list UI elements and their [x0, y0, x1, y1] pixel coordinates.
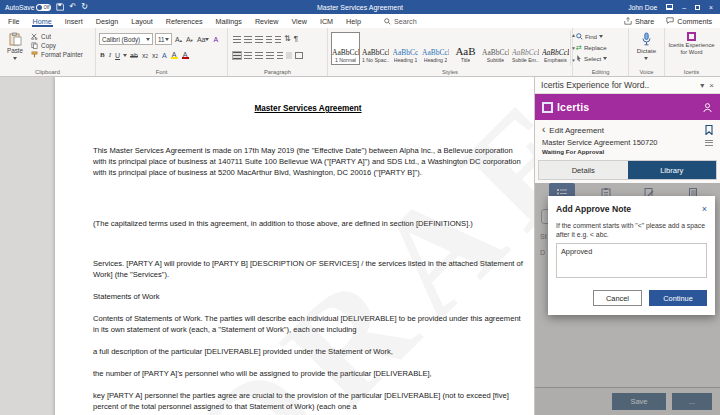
ribbon-tab[interactable]: Mailings — [215, 15, 243, 27]
document-paragraph[interactable]: This Master Services Agreement is made o… — [93, 145, 523, 178]
numbering-icon[interactable] — [244, 36, 252, 43]
ribbon-tab[interactable]: Review — [254, 15, 280, 27]
text-effects-button[interactable]: A — [161, 52, 168, 59]
continue-button[interactable]: Continue — [649, 290, 707, 306]
maximize-icon[interactable] — [695, 5, 700, 10]
multilevel-list-icon[interactable] — [255, 36, 263, 43]
underline-button[interactable]: U — [114, 52, 121, 59]
borders-icon[interactable] — [295, 52, 303, 59]
document-paragraph[interactable]: Statements of Work — [93, 291, 523, 302]
comments-button[interactable]: Comments — [666, 17, 712, 26]
redo-icon[interactable]: ↻ — [81, 3, 88, 11]
window-title: Master Services Agreement — [0, 4, 720, 11]
cut-icon — [31, 33, 38, 40]
styles-group-label: Styles — [328, 69, 572, 75]
dictate-icon — [641, 32, 652, 46]
user-name[interactable]: John Doe — [628, 4, 657, 11]
format-painter-button[interactable]: Format Painter — [31, 51, 83, 58]
style-gallery-item[interactable]: AaBbCcDd Emphasis — [541, 32, 570, 65]
align-right-icon[interactable] — [255, 52, 263, 59]
search-input[interactable]: Search — [384, 17, 417, 26]
ribbon-tab[interactable]: References — [165, 15, 204, 27]
select-button[interactable]: Select — [576, 53, 625, 64]
font-color-button[interactable]: A — [181, 51, 190, 59]
minimize-icon[interactable]: – — [682, 4, 686, 11]
approve-note-textarea[interactable]: Approved — [556, 243, 707, 278]
dialog-close-icon[interactable]: × — [702, 205, 707, 214]
ribbon: Paste Cut Copy Format Painter — [0, 28, 720, 77]
style-gallery-item[interactable]: AaBbCc Heading 1 — [391, 32, 420, 65]
align-left-icon[interactable] — [233, 52, 241, 59]
clear-formatting-button[interactable]: A — [212, 36, 219, 43]
strikethrough-button[interactable]: ab — [129, 52, 139, 59]
ribbon-tab[interactable]: Design — [95, 15, 119, 27]
font-size-select[interactable]: 11 — [155, 33, 172, 45]
document-paragraph[interactable]: the number of [PARTY A]'s personnel who … — [93, 368, 523, 379]
decrease-indent-icon[interactable] — [266, 36, 272, 43]
styles-gallery: AaBbCcDd 1 Normal AaBbCcDd 1 No Spac... … — [331, 31, 570, 65]
menu-icon[interactable] — [705, 140, 713, 146]
cancel-button[interactable]: Cancel — [593, 290, 642, 306]
paste-button[interactable]: Paste — [3, 31, 27, 63]
tab-library[interactable]: Library — [628, 161, 717, 179]
document-paragraph[interactable]: a full description of the particular [DE… — [93, 346, 523, 357]
increase-indent-icon[interactable] — [275, 36, 281, 43]
document-paragraph[interactable]: key [PARTY A] personnel the parties agre… — [93, 390, 523, 412]
search-icon — [384, 18, 391, 25]
document-paragraph[interactable]: Contents of Statements of Work. The part… — [93, 313, 523, 335]
user-profile-icon[interactable] — [702, 102, 713, 113]
share-button[interactable]: Share — [624, 17, 654, 26]
justify-icon[interactable] — [266, 52, 274, 59]
find-button[interactable]: Find — [576, 31, 625, 42]
bookmark-icon[interactable] — [705, 125, 713, 135]
pilcrow-icon[interactable]: ¶ — [294, 35, 298, 43]
shading-icon[interactable] — [286, 52, 292, 59]
autosave-toggle[interactable]: AutoSave Off — [5, 4, 51, 11]
italic-button[interactable]: I — [108, 51, 112, 59]
ribbon-tab[interactable]: File — [7, 15, 21, 27]
ribbon-tab[interactable]: ICM — [319, 15, 334, 27]
document-title: Master Services Agreement — [93, 104, 523, 113]
panel-close-icon[interactable]: × — [709, 81, 714, 90]
ribbon-tab[interactable]: View — [290, 15, 307, 27]
close-icon[interactable]: × — [709, 4, 713, 11]
style-gallery-item[interactable]: AaB Title — [451, 32, 480, 65]
change-case-button[interactable]: Aa — [196, 36, 211, 43]
undo-icon[interactable]: ↶ — [69, 3, 76, 11]
underline-dropdown-icon[interactable] — [123, 54, 127, 59]
line-spacing-icon[interactable] — [277, 52, 283, 59]
panel-menu-icon[interactable]: ▾ — [700, 81, 704, 90]
style-gallery-item[interactable]: AaBbCcDd 1 Normal — [331, 32, 360, 65]
ribbon-tab[interactable]: Help — [345, 15, 362, 27]
paste-dropdown-icon[interactable] — [13, 57, 17, 62]
style-gallery-item[interactable]: AaBbCcDd Subtle Em... — [511, 32, 540, 65]
bold-button[interactable]: B — [99, 51, 106, 59]
sort-icon[interactable]: ⇅ — [284, 35, 291, 43]
icertis-experience-button[interactable]: Icertis Experience for Word — [668, 31, 714, 55]
style-gallery-item[interactable]: AaBbCcD Subtitle — [481, 32, 510, 65]
bullets-icon[interactable] — [233, 36, 241, 43]
ribbon-tab[interactable]: Insert — [64, 15, 84, 27]
ribbon-tab[interactable]: Layout — [130, 15, 154, 27]
ribbon-tab[interactable]: Home — [32, 15, 53, 27]
font-family-select[interactable]: Calibri (Body) — [99, 33, 153, 45]
subscript-button[interactable]: x2 — [141, 52, 149, 59]
replace-button[interactable]: ⇄ Replace — [576, 42, 625, 53]
back-chevron-icon[interactable]: ‹ — [542, 126, 545, 134]
document-paragraph[interactable]: Services. [PARTY A] will provide to [PAR… — [93, 258, 523, 280]
style-gallery-item[interactable]: AaBbCcD Heading 2 — [421, 32, 450, 65]
document-page[interactable]: DRAFT Master Services Agreement This Mas… — [55, 77, 534, 415]
dictate-button[interactable]: Dictate — [637, 31, 656, 62]
superscript-button[interactable]: x2 — [151, 52, 159, 59]
shrink-font-button[interactable]: A▾ — [185, 36, 194, 43]
copy-button[interactable]: Copy — [31, 42, 83, 49]
grow-font-button[interactable]: A▴ — [174, 36, 183, 43]
document-paragraph[interactable]: (The capitalized terms used in this agre… — [93, 218, 523, 229]
cut-button[interactable]: Cut — [31, 33, 83, 40]
save-icon[interactable] — [56, 3, 64, 11]
tab-details[interactable]: Details — [539, 161, 628, 179]
highlight-color-button[interactable]: A — [170, 51, 179, 59]
align-center-icon[interactable] — [244, 52, 252, 59]
style-gallery-item[interactable]: AaBbCcDd 1 No Spac... — [361, 32, 390, 65]
ribbon-display-options-icon[interactable] — [666, 4, 673, 10]
